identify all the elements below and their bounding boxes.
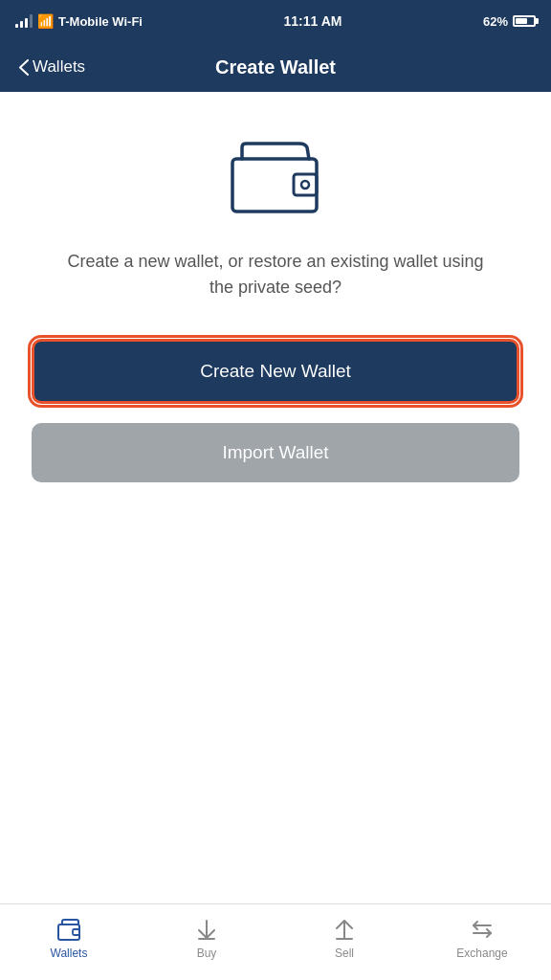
exchange-tab-icon [469,916,496,943]
exchange-tab-label: Exchange [456,947,507,960]
back-label: Wallets [33,57,85,77]
wallet-icon [223,130,328,220]
create-new-wallet-button[interactable]: Create New Wallet [32,339,519,404]
tab-buy[interactable]: Buy [138,916,276,960]
svg-rect-1 [294,174,317,195]
tab-wallets[interactable]: Wallets [0,916,138,960]
import-wallet-button[interactable]: Import Wallet [32,423,519,482]
status-right: 62% [483,14,536,29]
time-label: 11:11 AM [284,13,342,29]
wifi-icon: 📶 [37,13,54,29]
description-text: Create a new wallet, or restore an exist… [65,249,486,301]
main-content: Create a new wallet, or restore an exist… [0,92,551,903]
battery-icon [513,15,536,27]
status-bar: 📶 T-Mobile Wi-Fi 11:11 AM 62% [0,0,551,42]
svg-point-2 [301,181,309,189]
carrier-label: T-Mobile Wi-Fi [58,14,143,29]
tab-sell[interactable]: Sell [276,916,413,960]
wallets-tab-icon [55,916,82,943]
signal-icon [15,14,33,28]
buy-tab-label: Buy [197,947,217,960]
buy-tab-icon [193,916,220,943]
svg-rect-0 [232,159,317,212]
back-button[interactable]: Wallets [19,57,85,77]
tab-bar: Wallets Buy Sell [0,903,551,980]
sell-tab-icon [331,916,358,943]
svg-rect-4 [73,929,79,935]
svg-rect-3 [58,924,79,940]
wallets-tab-label: Wallets [51,947,88,960]
tab-exchange[interactable]: Exchange [413,916,551,960]
battery-percentage: 62% [483,14,508,29]
chevron-left-icon [19,59,29,76]
page-title: Create Wallet [215,56,336,78]
sell-tab-label: Sell [335,947,354,960]
status-left: 📶 T-Mobile Wi-Fi [15,13,143,29]
nav-bar: Wallets Create Wallet [0,42,551,92]
